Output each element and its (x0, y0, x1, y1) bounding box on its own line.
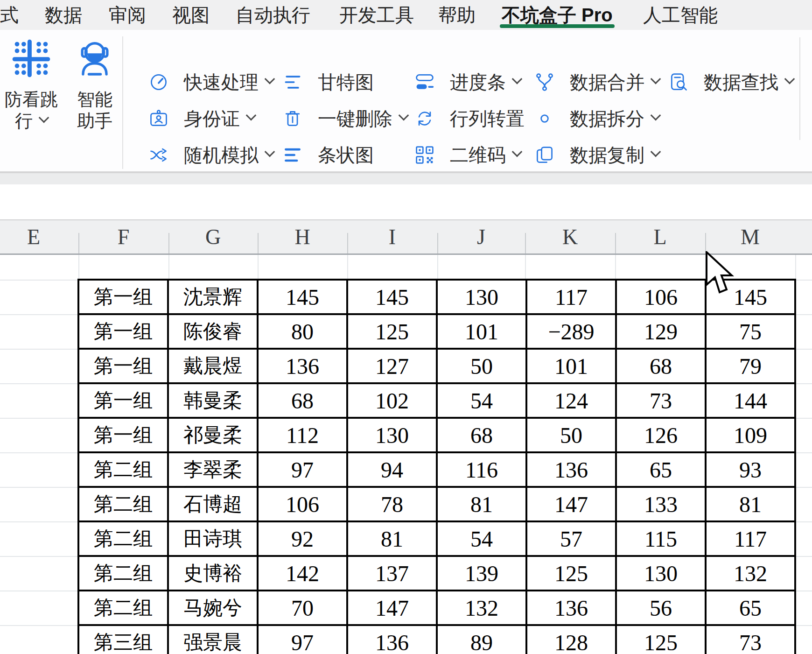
ribbon-button-split[interactable]: 数据拆分 (534, 104, 659, 134)
cell-K4[interactable]: 124 (526, 383, 616, 418)
ribbon-button-transpose[interactable]: 行列转置 (414, 104, 525, 134)
column-header-H[interactable]: H (294, 220, 310, 253)
cell-L6[interactable]: 65 (616, 452, 706, 487)
cell-G5[interactable]: 祁曼柔 (168, 418, 258, 452)
ribbon-button-merge[interactable]: 数据合并 (534, 67, 659, 97)
cell-L7[interactable]: 133 (616, 487, 706, 521)
cell-L10[interactable]: 56 (616, 591, 706, 625)
data-table[interactable]: 第一组沈景辉145145130117106145第一组陈俊睿80125101−2… (77, 279, 796, 654)
cell-I4[interactable]: 102 (347, 383, 437, 418)
menu-tab-8[interactable]: 不坑盒子 Pro (502, 0, 613, 30)
column-header-I[interactable]: I (389, 220, 396, 253)
cell-F7[interactable]: 第二组 (78, 487, 168, 521)
ribbon-big-button-assistant[interactable]: 智能助手 (64, 38, 125, 136)
cell-F1[interactable]: 第一组 (78, 280, 168, 314)
cell-K5[interactable]: 50 (526, 418, 616, 452)
cell-F11[interactable]: 第三组 (78, 625, 168, 654)
cell-F2[interactable]: 第一组 (78, 314, 168, 349)
menu-tab-1[interactable]: 式 (0, 0, 19, 30)
cell-J6[interactable]: 116 (437, 452, 526, 487)
cell-J7[interactable]: 81 (437, 487, 526, 521)
cell-L5[interactable]: 126 (616, 418, 706, 452)
cell-F10[interactable]: 第二组 (78, 591, 168, 625)
cell-K6[interactable]: 136 (526, 452, 616, 487)
cell-H2[interactable]: 80 (258, 314, 347, 349)
cell-F9[interactable]: 第二组 (78, 556, 168, 591)
cell-H3[interactable]: 136 (258, 349, 347, 383)
menu-tab-3[interactable]: 审阅 (109, 0, 146, 30)
cell-L3[interactable]: 68 (616, 349, 706, 383)
cell-I6[interactable]: 94 (347, 452, 437, 487)
column-header-J[interactable]: J (477, 220, 485, 253)
cell-F6[interactable]: 第二组 (78, 452, 168, 487)
cell-J4[interactable]: 54 (437, 383, 526, 418)
cell-I11[interactable]: 136 (347, 625, 437, 654)
column-separator[interactable] (78, 233, 79, 253)
cell-G2[interactable]: 陈俊睿 (168, 314, 258, 349)
cell-M8[interactable]: 117 (706, 521, 795, 556)
cell-L8[interactable]: 115 (616, 521, 706, 556)
cell-J2[interactable]: 101 (437, 314, 526, 349)
cell-L11[interactable]: 125 (616, 625, 706, 654)
ribbon-button-bar-chart[interactable]: 条状图 (282, 140, 374, 170)
ribbon-button-shuffle[interactable]: 随机模拟 (148, 140, 273, 170)
cell-M7[interactable]: 81 (706, 487, 795, 521)
cell-F4[interactable]: 第一组 (78, 383, 168, 418)
column-header-row[interactable]: EFGHIJKLM (0, 219, 812, 255)
cell-G3[interactable]: 戴晨煜 (168, 349, 258, 383)
ribbon-button-copy[interactable]: 数据复制 (534, 140, 659, 170)
cell-H7[interactable]: 106 (258, 487, 347, 521)
cell-G4[interactable]: 韩曼柔 (168, 383, 258, 418)
cell-J9[interactable]: 139 (437, 556, 526, 591)
menu-tab-5[interactable]: 自动执行 (236, 0, 310, 30)
cell-G8[interactable]: 田诗琪 (168, 521, 258, 556)
cell-F8[interactable]: 第二组 (78, 521, 168, 556)
cell-M6[interactable]: 93 (706, 452, 795, 487)
cell-J1[interactable]: 130 (437, 280, 526, 314)
column-header-G[interactable]: G (205, 220, 221, 253)
cell-I1[interactable]: 145 (347, 280, 437, 314)
cell-H4[interactable]: 68 (258, 383, 347, 418)
column-header-K[interactable]: K (562, 220, 578, 253)
column-separator[interactable] (347, 233, 348, 253)
cell-G9[interactable]: 史博裕 (168, 556, 258, 591)
cell-H8[interactable]: 92 (258, 521, 347, 556)
cell-H11[interactable]: 97 (258, 625, 347, 654)
cell-K8[interactable]: 57 (526, 521, 616, 556)
menu-tab-4[interactable]: 视图 (172, 0, 210, 30)
cell-I10[interactable]: 147 (347, 591, 437, 625)
cell-M9[interactable]: 132 (706, 556, 795, 591)
cell-K9[interactable]: 125 (526, 556, 616, 591)
cell-I3[interactable]: 127 (347, 349, 437, 383)
menu-tab-6[interactable]: 开发工具 (339, 0, 414, 30)
ribbon-button-search-doc[interactable]: 数据查找 (668, 67, 793, 97)
column-separator[interactable] (705, 233, 706, 253)
cell-G11[interactable]: 强景晨 (168, 625, 258, 654)
ribbon-button-progress-bar[interactable]: 进度条 (414, 67, 521, 97)
cell-H9[interactable]: 142 (258, 556, 347, 591)
cell-I7[interactable]: 78 (347, 487, 437, 521)
ribbon-button-trash[interactable]: 一键删除 (282, 104, 407, 134)
cell-M4[interactable]: 144 (706, 383, 795, 418)
column-separator[interactable] (437, 233, 438, 253)
ribbon-button-gantt[interactable]: 甘特图 (282, 67, 374, 97)
cell-I2[interactable]: 125 (347, 314, 437, 349)
cell-M5[interactable]: 109 (706, 418, 795, 452)
menu-tab-2[interactable]: 数据 (45, 0, 82, 30)
cell-J3[interactable]: 50 (437, 349, 526, 383)
cell-K7[interactable]: 147 (526, 487, 616, 521)
ribbon-button-speedometer[interactable]: 快速处理 (148, 67, 273, 97)
cell-K3[interactable]: 101 (526, 349, 616, 383)
cell-G6[interactable]: 李翠柔 (168, 452, 258, 487)
column-separator[interactable] (525, 233, 526, 253)
cell-H5[interactable]: 112 (258, 418, 347, 452)
cell-M10[interactable]: 65 (706, 591, 795, 625)
menu-tab-7[interactable]: 帮助 (438, 0, 476, 30)
column-separator[interactable] (168, 233, 169, 253)
cell-F5[interactable]: 第一组 (78, 418, 168, 452)
cell-K2[interactable]: −289 (526, 314, 616, 349)
cell-H6[interactable]: 97 (258, 452, 347, 487)
ribbon-button-id-card[interactable]: 身份证 (148, 104, 255, 134)
column-header-E[interactable]: E (27, 220, 40, 253)
cell-L4[interactable]: 73 (616, 383, 706, 418)
